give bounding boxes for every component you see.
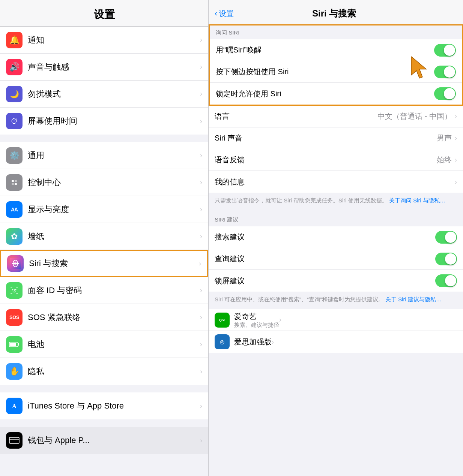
settings-item-privacy[interactable]: ✋ 隐私 › <box>0 358 208 385</box>
voice-feedback-label: 语音反馈 <box>215 150 437 170</box>
control-icon <box>6 174 23 191</box>
general-label: 通用 <box>28 150 200 161</box>
lockscreen-suggestions-item[interactable]: 锁屏建议 <box>209 270 463 292</box>
chevron-icon: › <box>200 437 202 445</box>
svg-rect-10 <box>11 293 12 294</box>
svg-point-2 <box>12 183 14 185</box>
aiyou-name: 爱思加强版 <box>234 337 272 347</box>
privacy-label: 隐私 <box>28 366 200 377</box>
settings-group-1: 🔔 通知 › 🔊 声音与触感 › 🌙 勿扰模式 › ⏱ 屏幕使用时间 › <box>0 27 208 135</box>
language-item[interactable]: 语言 中文（普通话 - 中国） › <box>209 106 463 127</box>
locked-siri-item[interactable]: 锁定时允许使用 Siri <box>210 83 462 105</box>
back-button[interactable]: ‹ 设置 <box>215 9 234 19</box>
settings-item-sound[interactable]: 🔊 声音与触感 › <box>0 54 208 81</box>
siri-suggestions-header: SIRI 建议 <box>209 210 463 226</box>
settings-item-wallpaper[interactable]: ✿ 墙纸 › <box>0 223 208 250</box>
sos-label: SOS 紧急联络 <box>28 312 200 323</box>
settings-item-siri[interactable]: Siri 与搜索 › <box>0 250 208 277</box>
chevron-icon: › <box>200 151 202 159</box>
lockscreen-suggestions-toggle[interactable] <box>435 274 457 287</box>
settings-item-battery[interactable]: 电池 › <box>0 331 208 358</box>
app-list-group: QIYI 爱奇艺 搜索、建议与捷径 › ◎ 爱思加强版 › <box>209 309 463 353</box>
chevron-icon: › <box>200 63 202 71</box>
svg-rect-9 <box>16 287 18 287</box>
display-icon: AA <box>6 201 23 218</box>
locked-siri-toggle[interactable] <box>434 87 456 100</box>
siri-sound-item[interactable]: Siri 声音 男声 › <box>209 127 463 149</box>
footer1-link[interactable]: 关于询问 Siri 与隐私… <box>389 197 445 204</box>
notification-label: 通知 <box>28 34 200 46</box>
language-value: 中文（普通话 - 中国） <box>377 111 452 121</box>
voice-feedback-value: 始终 <box>437 155 452 165</box>
side-button-toggle[interactable] <box>434 66 456 78</box>
control-label: 控制中心 <box>28 177 200 188</box>
svg-point-0 <box>12 180 14 182</box>
query-suggestions-item[interactable]: 查询建议 <box>209 248 463 270</box>
chevron-icon: › <box>200 36 202 44</box>
svg-text:A: A <box>12 403 17 409</box>
qiyi-app-item[interactable]: QIYI 爱奇艺 搜索、建议与捷径 › <box>209 309 463 331</box>
wallpaper-icon: ✿ <box>6 228 23 245</box>
search-suggestions-item[interactable]: 搜索建议 <box>209 226 463 248</box>
sound-label: 声音与触感 <box>28 61 200 73</box>
svg-point-12 <box>12 289 14 290</box>
chevron-icon: › <box>279 316 281 324</box>
settings-item-sos[interactable]: SOS SOS 紧急联络 › <box>0 304 208 331</box>
wallet-icon <box>6 432 23 449</box>
right-header: ‹ 设置 Siri 与搜索 <box>209 0 463 24</box>
battery-label: 电池 <box>28 339 200 350</box>
svg-rect-11 <box>16 293 18 294</box>
voice-feedback-item[interactable]: 语音反馈 始终 › <box>209 149 463 171</box>
settings-item-wallet[interactable]: 钱包与 Apple P... › <box>0 427 208 454</box>
cursor-arrow <box>411 56 432 82</box>
svg-rect-8 <box>11 287 12 287</box>
query-suggestions-label: 查询建议 <box>215 248 435 269</box>
settings-item-control[interactable]: 控制中心 › <box>0 169 208 196</box>
settings-title: 设置 <box>94 9 115 20</box>
siri-footer-2: Siri 可在应用中、或在您使用“搜索”、“查询”和键盘时为您提供建议。 关于 … <box>209 292 463 309</box>
svg-rect-17 <box>10 343 16 346</box>
itunes-icon: A <box>6 398 23 414</box>
query-suggestions-toggle[interactable] <box>435 253 457 265</box>
siri-sound-label: Siri 声音 <box>215 128 437 148</box>
screentime-label: 屏幕使用时间 <box>28 115 200 127</box>
footer2-link[interactable]: 关于 Siri 建议与隐私… <box>385 296 442 302</box>
chevron-icon: › <box>200 340 202 348</box>
siri-footer-1: 只需发出语音指令，就可让 Siri 帮助您完成任务。Siri 使用无线数据。 关… <box>209 193 463 210</box>
settings-item-screentime[interactable]: ⏱ 屏幕使用时间 › <box>0 108 208 135</box>
settings-item-general[interactable]: ⚙️ 通用 › <box>0 142 208 169</box>
dnd-icon: 🌙 <box>6 86 23 102</box>
svg-rect-20 <box>9 437 19 443</box>
settings-group-3: A iTunes Store 与 App Store › <box>0 392 208 419</box>
language-label: 语言 <box>215 106 377 127</box>
locked-siri-label: 锁定时允许使用 Siri <box>216 84 434 104</box>
chevron-icon: › <box>455 178 457 186</box>
settings-item-dnd[interactable]: 🌙 勿扰模式 › <box>0 81 208 108</box>
chevron-icon: › <box>199 260 201 268</box>
svg-point-13 <box>15 289 17 290</box>
privacy-icon: ✋ <box>6 363 23 380</box>
ask-siri-section: 询问 SIRI 用“嘿Siri”唤醒 按下侧边按钮使用 Siri <box>209 24 463 106</box>
itunes-label: iTunes Store 与 App Store <box>28 400 200 412</box>
settings-item-notification[interactable]: 🔔 通知 › <box>0 27 208 54</box>
hey-siri-toggle[interactable] <box>434 44 456 57</box>
settings-item-display[interactable]: AA 显示与亮度 › <box>0 196 208 223</box>
settings-list: 🔔 通知 › 🔊 声音与触感 › 🌙 勿扰模式 › ⏱ 屏幕使用时间 › <box>0 27 208 476</box>
back-label: 设置 <box>219 9 234 19</box>
qiyi-sub: 搜索、建议与捷径 <box>234 322 279 329</box>
svg-rect-16 <box>18 343 19 346</box>
side-button-item[interactable]: 按下侧边按钮使用 Siri <box>210 61 462 83</box>
chevron-icon: › <box>272 338 274 346</box>
ask-siri-group: 用“嘿Siri”唤醒 按下侧边按钮使用 Siri 锁定时允许使用 Siri <box>210 39 462 105</box>
siri-suggestions-group: 搜索建议 查询建议 锁屏建议 <box>209 226 463 292</box>
chevron-icon: › <box>200 178 202 186</box>
search-suggestions-toggle[interactable] <box>435 231 457 244</box>
settings-item-itunes[interactable]: A iTunes Store 与 App Store › <box>0 392 208 419</box>
separator <box>0 135 208 142</box>
settings-item-faceid[interactable]: 面容 ID 与密码 › <box>0 277 208 304</box>
sos-icon: SOS <box>6 309 23 326</box>
aiyou-app-item[interactable]: ◎ 爱思加强版 › <box>209 331 463 353</box>
svg-point-3 <box>15 183 17 185</box>
my-info-item[interactable]: 我的信息 › <box>209 171 463 193</box>
chevron-icon: › <box>200 402 202 410</box>
